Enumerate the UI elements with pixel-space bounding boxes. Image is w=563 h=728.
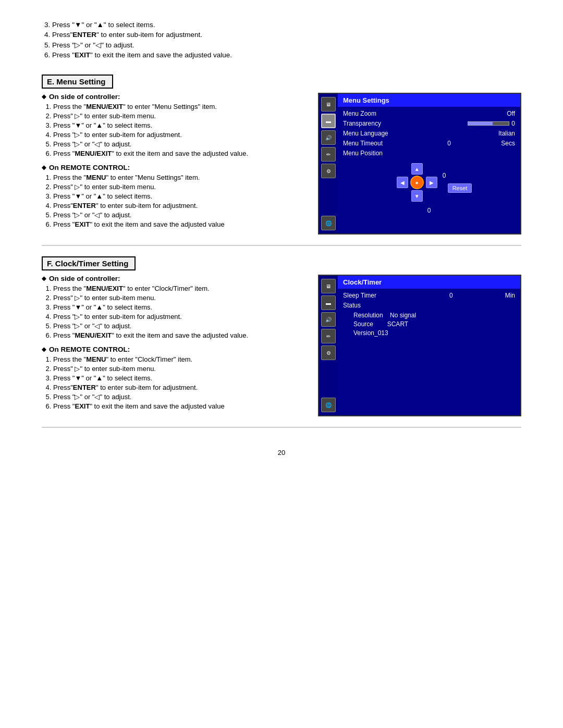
e-rem-step-6: Press "EXIT" to exit the item and save t…	[53, 220, 302, 228]
status-label: Status	[343, 302, 400, 309]
e-ctrl-step-4: Press "▷" to enter sub-item for adjustme…	[53, 131, 302, 139]
section-e-title-box: E. Menu Setting	[42, 75, 113, 89]
f-rem-step-3: Press "▼" or "▲" to select items.	[53, 374, 302, 382]
menu-timeout-value: 0	[447, 140, 451, 147]
menu-zoom-value: Off	[507, 110, 515, 117]
sleep-timer-value: 0	[449, 292, 453, 299]
resolution-label: Resolution	[353, 312, 383, 319]
f-rem-step-1: Press the "MENU" to enter "Clock/Timer" …	[53, 355, 302, 363]
remote-heading-f: On REMOTE CONTROL:	[42, 346, 302, 353]
clock-icon-settings: ⚙	[321, 346, 336, 360]
clock-icon-globe: 🌐	[321, 398, 336, 412]
section-f-text: On side of controller: Press the "MENU/E…	[42, 275, 302, 416]
status-row: Status	[343, 302, 515, 309]
divider-2	[42, 427, 521, 428]
menu-settings-body: Menu Zoom Off Transparency 0	[338, 107, 520, 217]
section-f-content: On side of controller: Press the "MENU/E…	[42, 275, 521, 416]
e-ctrl-step-3: Press "▼" or "▲" to select items.	[53, 121, 302, 129]
menu-position-label: Menu Position	[343, 150, 400, 157]
transparency-value: 0	[511, 120, 515, 127]
clock-icon-audio: 🔊	[321, 312, 336, 327]
e-rem-step-1: Press the "MENU" to enter "Menu Settings…	[53, 174, 302, 181]
transparency-row: Transparency 0	[343, 120, 515, 127]
section-f: F. Clock/Timer Setting On side of contro…	[42, 256, 521, 416]
section-e-content: On side of controller: Press the "MENU/E…	[42, 93, 521, 235]
transparency-slider-fill	[468, 122, 493, 125]
remote-steps-f: Press the "MENU" to enter "Clock/Timer" …	[42, 355, 302, 410]
f-rem-step-5: Press "▷" or "◁" to adjust.	[53, 393, 302, 401]
clock-icon-monitor: 🖥	[321, 279, 336, 293]
f-ctrl-step-5: Press "▷" or "◁" to adjust.	[53, 322, 302, 330]
reset-button[interactable]: Reset	[448, 183, 472, 193]
clock-icon-display: ▬	[321, 295, 336, 310]
source-value: SCART	[387, 320, 408, 328]
f-rem-step-6: Press "EXIT" to exit the item and save t…	[53, 402, 302, 410]
arrow-left: ◀	[397, 177, 408, 188]
transparency-slider	[468, 121, 509, 126]
intro-item-4: Press"ENTER" to enter sub-item for adjus…	[52, 31, 521, 39]
menu-language-label: Menu Language	[343, 130, 400, 137]
arrow-right: ▶	[426, 177, 437, 188]
arrow-center: ●	[410, 176, 424, 189]
controller-heading-f: On side of controller:	[42, 275, 302, 282]
clock-timer-header: Clock/Timer	[338, 276, 520, 289]
controller-heading-e: On side of controller:	[42, 93, 302, 101]
version-row: Version_013	[343, 329, 515, 337]
source-label: Source	[353, 320, 373, 328]
transparency-slider-container: 0	[468, 120, 515, 127]
clock-timer-body: Sleep Timer 0 Min Status Resolution	[338, 289, 520, 341]
section-f-title: F. Clock/Timer Setting	[47, 259, 128, 268]
menu-settings-header: Menu Settings	[338, 94, 520, 107]
arrow-up: ▲	[411, 163, 423, 175]
clock-icon-pen: ✏	[321, 329, 336, 343]
e-rem-step-2: Press" ▷" to enter sub-item menu.	[53, 183, 302, 191]
intro-item-6: Press "EXIT" to exit the item and save t…	[52, 51, 521, 59]
divider-1	[42, 245, 521, 246]
e-ctrl-step-6: Press "MENU/EXIT" to exit the item and s…	[53, 150, 302, 157]
nav-arrows: ▲ ◀ ● ▶ ▼	[397, 163, 437, 202]
resolution-value: No signal	[390, 312, 416, 319]
arrow-down: ▼	[411, 190, 423, 202]
clock-icons-col: 🖥 ▬ 🔊 ✏ ⚙ 🌐	[319, 276, 338, 415]
e-ctrl-step-2: Press" ▷" to enter sub-item menu.	[53, 112, 302, 120]
sleep-timer-label: Sleep Timer	[343, 292, 400, 299]
menu-language-value: Italian	[498, 130, 515, 137]
icon-display-active: ▬	[321, 114, 336, 128]
e-ctrl-step-5: Press "▷" or "◁" to adjust.	[53, 140, 302, 148]
panel-icons-col: 🖥 ▬ 🔊 ✏ ⚙ 🌐	[319, 94, 338, 233]
menu-language-row: Menu Language Italian	[343, 130, 515, 137]
controller-steps-e: Press the "MENU/EXIT" to enter "Menu Set…	[42, 103, 302, 157]
f-ctrl-step-4: Press "▷" to enter sub-item for adjustme…	[53, 313, 302, 320]
transparency-label: Transparency	[343, 120, 400, 127]
icon-audio: 🔊	[321, 130, 336, 145]
source-row: Source SCART	[343, 320, 515, 328]
clock-timer-panel: 🖥 ▬ 🔊 ✏ ⚙ 🌐 Clock/Timer Sleep Timer 0 Mi	[318, 275, 521, 416]
icon-pen: ✏	[321, 147, 336, 162]
nav-zero-value: 0	[443, 172, 446, 179]
intro-item-3: Press "▼" or "▲" to select items.	[52, 21, 521, 29]
e-rem-step-4: Press"ENTER" to enter sub-item for adjus…	[53, 202, 302, 209]
f-ctrl-step-6: Press "MENU/EXIT" to exit the item and s…	[53, 331, 302, 339]
menu-settings-panel: 🖥 ▬ 🔊 ✏ ⚙ 🌐 Menu Settings Menu Zoom Off	[318, 93, 521, 235]
e-rem-step-5: Press "▷" or "◁" to adjust.	[53, 211, 302, 219]
e-ctrl-step-1: Press the "MENU/EXIT" to enter "Menu Set…	[53, 103, 302, 110]
sleep-timer-unit: Min	[505, 292, 515, 299]
remote-steps-e: Press the "MENU" to enter "Menu Settings…	[42, 174, 302, 228]
f-ctrl-step-3: Press "▼" or "▲" to select items.	[53, 303, 302, 311]
menu-timeout-unit: Secs	[501, 140, 515, 147]
remote-heading-e: On REMOTE CONTROL:	[42, 164, 302, 171]
f-rem-step-2: Press" ▷" to enter sub-item menu.	[53, 365, 302, 373]
resolution-row: Resolution No signal	[343, 312, 515, 319]
version-label: Version_013	[353, 329, 388, 337]
icon-settings: ⚙	[321, 164, 336, 178]
section-e-text: On side of controller: Press the "MENU/E…	[42, 93, 302, 235]
menu-zoom-label: Menu Zoom	[343, 110, 400, 117]
menu-timeout-row: Menu Timeout 0 Secs	[343, 140, 515, 147]
section-e-title: E. Menu Setting	[47, 77, 106, 86]
e-rem-step-3: Press "▼" or "▲" to select items.	[53, 192, 302, 200]
page-number: 20	[42, 449, 521, 456]
sleep-timer-row: Sleep Timer 0 Min	[343, 292, 515, 299]
controller-steps-f: Press the "MENU/EXIT" to enter "Clock/Ti…	[42, 285, 302, 339]
f-ctrl-step-1: Press the "MENU/EXIT" to enter "Clock/Ti…	[53, 285, 302, 292]
intro-item-5: Press "▷" or "◁" to adjust.	[52, 41, 521, 49]
